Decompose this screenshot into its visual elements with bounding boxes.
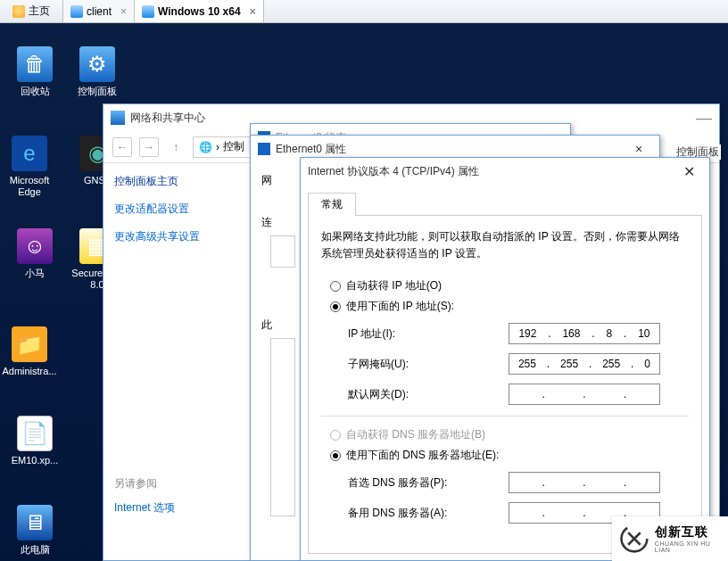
sidebar-header[interactable]: 控制面板主页 [114, 174, 236, 189]
close-icon[interactable]: ✕ [675, 163, 702, 180]
vm-icon [70, 5, 83, 18]
home-icon [12, 5, 25, 18]
title-bar: Internet 协议版本 4 (TCP/IPv4) 属性 ✕ [301, 158, 709, 185]
xiaoma-icon: ☺ [17, 228, 53, 264]
desktop-icon-edge[interactable]: eMicrosoft Edge [0, 136, 59, 198]
radio-icon [330, 430, 341, 441]
desktop-icon-em10[interactable]: 📄EM10.xp... [5, 416, 64, 466]
folder-icon: 📁 [12, 326, 47, 362]
tab-home[interactable]: 主页 [0, 0, 63, 22]
breadcrumb-segment[interactable]: 控制 [223, 139, 244, 154]
watermark-sub: CHUANG XIN HU LIAN [655, 540, 728, 553]
label-dns2: 备用 DNS 服务器(A): [348, 506, 509, 521]
field-subnet-mask: 子网掩码(U): 255. 255. 255. 0 [348, 353, 689, 375]
adapter-icon [258, 143, 270, 155]
input-dns-primary[interactable]: . . . [509, 472, 660, 493]
network-icon: 🌐 [199, 141, 212, 153]
tab-panel: 如果网络支持此功能，则可以获取自动指派的 IP 设置。否则，你需要从网络系统管理… [308, 215, 702, 554]
divider [321, 416, 689, 417]
link-internet-options[interactable]: Internet 选项 [114, 500, 236, 516]
tab-client[interactable]: client × [63, 0, 135, 22]
watermark-logo: 创新互联 CHUANG XIN HU LIAN [612, 516, 728, 561]
radio-auto-ip[interactable]: 自动获得 IP 地址(O) [330, 278, 689, 293]
desktop-icon-control-panel[interactable]: ⚙控制面板 [68, 46, 127, 97]
close-icon[interactable]: × [120, 5, 127, 18]
cx-icon [619, 524, 649, 554]
label-dns1: 首选 DNS 服务器(P): [348, 475, 509, 491]
label-mask: 子网掩码(U): [348, 357, 509, 372]
link-change-adapter[interactable]: 更改适配器设置 [114, 202, 236, 217]
label-ip: IP 地址(I): [348, 326, 509, 342]
radio-icon [330, 281, 341, 292]
field-dns-primary: 首选 DNS 服务器(P): . . . [348, 472, 689, 493]
vm-icon [142, 5, 154, 18]
app-icon [111, 111, 125, 125]
desktop-icon-recycle[interactable]: 🗑回收站 [5, 46, 64, 97]
tab-general[interactable]: 常规 [308, 193, 356, 216]
desktop-icon-xiaoma[interactable]: ☺小马 [5, 228, 64, 279]
window-title: Ethernet0 属性 [276, 142, 625, 157]
breadcrumb[interactable]: 🌐 › 控制 [193, 136, 251, 158]
forward-button[interactable]: → [139, 137, 159, 157]
description-text: 如果网络支持此功能，则可以获取自动指派的 IP 设置。否则，你需要从网络系统管理… [321, 228, 689, 262]
radio-icon [330, 450, 341, 461]
file-icon: 📄 [17, 416, 53, 451]
tab-win10[interactable]: Windows 10 x64 × [135, 0, 264, 22]
recycle-bin-icon: 🗑 [17, 46, 53, 82]
sidebar: 控制面板主页 更改适配器设置 更改高级共享设置 另请参阅 Internet 选项 [103, 163, 246, 560]
back-button[interactable]: ← [112, 137, 132, 157]
window-tcpipv4-properties: Internet 协议版本 4 (TCP/IPv4) 属性 ✕ 常规 如果网络支… [300, 157, 710, 561]
window-title: Internet 协议版本 4 (TCP/IPv4) 属性 [308, 164, 675, 179]
link-advanced-sharing[interactable]: 更改高级共享设置 [114, 229, 236, 244]
desktop-icon-admin[interactable]: 📁Administra... [0, 326, 59, 377]
up-button[interactable]: ↑ [166, 137, 186, 157]
watermark-name: 创新互联 [655, 524, 728, 540]
desktop-icon-this-pc[interactable]: 🖥此电脑 [5, 505, 64, 556]
tab-label: client [87, 5, 112, 18]
radio-icon [330, 301, 341, 312]
field-ip-address: IP 地址(I): 192. 168. 8. 10 [348, 323, 689, 344]
input-ip-address[interactable]: 192. 168. 8. 10 [509, 323, 660, 344]
input-gateway[interactable]: . . . [509, 384, 660, 405]
tab-label: 主页 [29, 4, 50, 19]
radio-use-dns[interactable]: 使用下面的 DNS 服务器地址(E): [330, 448, 689, 463]
edge-icon: e [12, 136, 47, 171]
radio-auto-dns: 自动获得 DNS 服务器地址(B) [330, 427, 689, 442]
see-also-label: 另请参阅 [114, 476, 236, 491]
field-gateway: 默认网关(D): . . . [348, 384, 689, 405]
input-subnet-mask[interactable]: 255. 255. 255. 0 [509, 353, 660, 375]
partial-list [270, 338, 295, 516]
computer-icon: 🖥 [17, 505, 53, 540]
close-icon[interactable]: × [625, 142, 652, 156]
tabs: 常规 [308, 192, 702, 215]
vm-tab-bar: 主页 client × Windows 10 x64 × [0, 0, 728, 23]
control-panel-icon: ⚙ [79, 46, 115, 82]
close-icon[interactable]: × [250, 5, 256, 18]
partial-box [270, 235, 295, 268]
label-gateway: 默认网关(D): [348, 387, 509, 402]
tab-label: Windows 10 x64 [158, 5, 241, 18]
minimize-icon[interactable]: — [696, 109, 712, 128]
radio-use-ip[interactable]: 使用下面的 IP 地址(S): [330, 299, 689, 314]
